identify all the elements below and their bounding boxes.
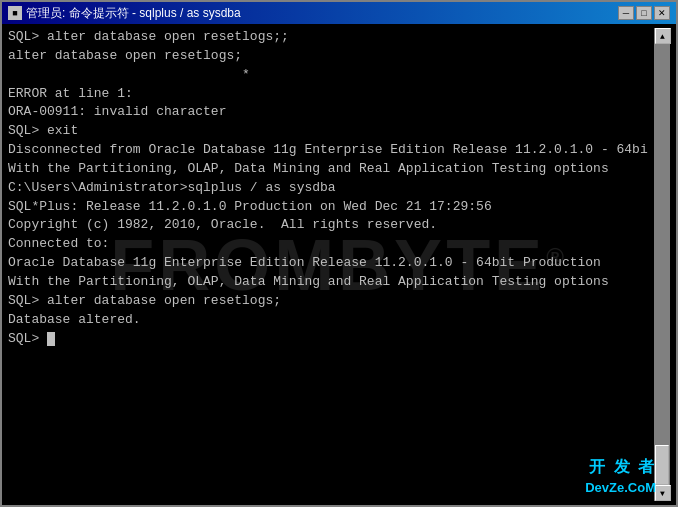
terminal-content: SQL> alter database open resetlogs;;alte… (8, 28, 654, 501)
terminal-line-13: SQL*Plus: Release 11.2.0.1.0 Production … (8, 198, 654, 217)
close-button[interactable]: ✕ (654, 6, 670, 20)
window-icon: ■ (8, 6, 22, 20)
terminal-line-19: Oracle Database 11g Enterprise Edition R… (8, 254, 654, 273)
title-bar: ■ 管理员: 命令提示符 - sqlplus / as sysdba ─ □ ✕ (2, 2, 676, 24)
terminal-line-15: Copyright (c) 1982, 2010, Oracle. All ri… (8, 216, 654, 235)
title-bar-buttons: ─ □ ✕ (618, 6, 670, 20)
terminal-line-26: SQL> (8, 330, 654, 349)
terminal-line-24: Database altered. (8, 311, 654, 330)
terminal-line-22: SQL> alter database open resetlogs; (8, 292, 654, 311)
window-title: 管理员: 命令提示符 - sqlplus / as sysdba (26, 5, 241, 22)
terminal-line-8: Disconnected from Oracle Database 11g En… (8, 141, 654, 160)
maximize-button[interactable]: □ (636, 6, 652, 20)
terminal-line-11: C:\Users\Administrator>sqlplus / as sysd… (8, 179, 654, 198)
main-window: ■ 管理员: 命令提示符 - sqlplus / as sysdba ─ □ ✕… (0, 0, 678, 507)
terminal-area: SQL> alter database open resetlogs;;alte… (2, 24, 676, 505)
terminal-line-7: SQL> exit (8, 122, 654, 141)
terminal-line-9: With the Partitioning, OLAP, Data Mining… (8, 160, 654, 179)
terminal-line-18: Connected to: (8, 235, 654, 254)
scrollbar-track[interactable] (655, 44, 670, 485)
scrollbar-down-arrow[interactable]: ▼ (655, 485, 671, 501)
terminal-line-4: ERROR at line 1: (8, 85, 654, 104)
scrollbar-up-arrow[interactable]: ▲ (655, 28, 671, 44)
terminal-line-20: With the Partitioning, OLAP, Data Mining… (8, 273, 654, 292)
terminal-line-1: SQL> alter database open resetlogs;; (8, 28, 654, 47)
terminal-cursor (47, 332, 55, 346)
minimize-button[interactable]: ─ (618, 6, 634, 20)
title-bar-left: ■ 管理员: 命令提示符 - sqlplus / as sysdba (8, 5, 241, 22)
scrollbar-thumb[interactable] (655, 445, 669, 485)
terminal-line-2: alter database open resetlogs; (8, 47, 654, 66)
terminal-line-5: ORA-00911: invalid character (8, 103, 654, 122)
terminal-line-3: * (8, 66, 654, 85)
scrollbar[interactable]: ▲ ▼ (654, 28, 670, 501)
